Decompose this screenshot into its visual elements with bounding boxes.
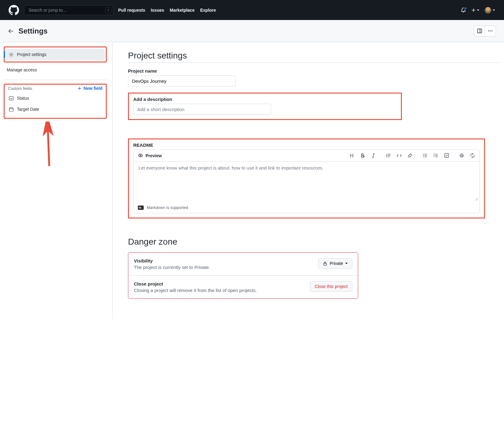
sidebar: Project settings Manage access Custom fi… — [0, 42, 113, 319]
divider — [4, 80, 107, 80]
svg-point-5 — [10, 54, 12, 55]
markdown-supported-text: Markdown is supported — [147, 205, 188, 210]
nav-pull-requests[interactable]: Pull requests — [118, 8, 145, 13]
slash-key-hint: / — [105, 7, 111, 13]
link-icon[interactable] — [407, 153, 413, 158]
format-group-3: 12 — [422, 153, 449, 158]
calendar-icon — [9, 107, 14, 112]
content: Project settings Project name Add a desc… — [113, 42, 504, 319]
svg-point-21 — [423, 156, 424, 157]
resize-handle[interactable] — [474, 197, 478, 201]
notification-dot — [464, 7, 467, 10]
visibility-desc: The project is currently set to Private. — [134, 265, 210, 270]
svg-rect-29 — [435, 157, 438, 157]
caret-down-icon — [345, 263, 348, 264]
lock-icon — [323, 261, 327, 266]
italic-icon[interactable] — [371, 153, 376, 158]
visibility-row: Visibility The project is currently set … — [128, 253, 358, 275]
custom-fields-label: Custom fields — [8, 86, 32, 91]
plus-icon — [77, 86, 82, 91]
visibility-title: Visibility — [134, 258, 210, 263]
sidebar-field-target-date[interactable]: Target Date — [6, 104, 105, 115]
visibility-dropdown-button[interactable]: Private — [318, 258, 352, 269]
nav-issues[interactable]: Issues — [151, 8, 164, 13]
mention-icon[interactable] — [459, 153, 464, 158]
svg-line-32 — [475, 198, 478, 201]
divider — [128, 62, 500, 63]
svg-rect-24 — [424, 157, 427, 157]
project-name-input[interactable] — [128, 75, 236, 86]
svg-point-20 — [423, 155, 424, 156]
readme-label: README — [133, 142, 480, 148]
danger-box: Visibility The project is currently set … — [128, 252, 358, 299]
quote-icon[interactable] — [386, 153, 391, 158]
sidebar-label: Project settings — [17, 52, 46, 57]
markdown-footer: M↓ Markdown is supported — [134, 202, 479, 213]
close-project-row: Close project Closing a project will rem… — [128, 275, 358, 298]
field-label: Target Date — [17, 107, 39, 112]
content-heading: Project settings — [128, 51, 500, 61]
ordered-list-icon[interactable]: 12 — [433, 153, 438, 158]
svg-text:2: 2 — [434, 155, 435, 157]
unordered-list-icon[interactable] — [422, 153, 428, 158]
format-group-4 — [459, 153, 475, 158]
readme-editor: Preview 12 — [133, 150, 480, 213]
svg-line-14 — [373, 154, 374, 158]
nav-right — [461, 7, 495, 14]
svg-point-3 — [490, 30, 491, 31]
kebab-menu-button[interactable] — [485, 26, 496, 37]
search-input[interactable] — [24, 5, 113, 15]
danger-zone-heading: Danger zone — [128, 237, 358, 247]
annotation-highlight-box: Add a description — [128, 93, 402, 120]
svg-rect-23 — [424, 155, 427, 156]
github-logo[interactable] — [9, 5, 19, 15]
svg-rect-27 — [435, 154, 438, 154]
annotation-highlight-box: Project settings — [4, 46, 107, 62]
nav-marketplace[interactable]: Marketplace — [170, 8, 195, 13]
bold-icon[interactable] — [360, 153, 365, 158]
code-icon[interactable] — [397, 153, 402, 158]
danger-zone: Danger zone Visibility The project is cu… — [128, 237, 358, 299]
sidebar-label: Manage access — [7, 67, 37, 72]
preview-tab[interactable]: Preview — [138, 153, 162, 158]
svg-point-11 — [140, 155, 141, 156]
svg-point-4 — [491, 30, 492, 31]
svg-point-19 — [423, 154, 424, 155]
project-name-label: Project name — [128, 68, 500, 74]
tasklist-icon[interactable] — [444, 153, 449, 158]
cross-reference-icon[interactable] — [470, 153, 475, 158]
svg-rect-0 — [477, 29, 482, 33]
description-input[interactable] — [133, 104, 271, 115]
readme-textarea[interactable] — [134, 161, 479, 201]
format-group-2 — [386, 153, 413, 158]
field-label: Status — [17, 96, 29, 101]
sidebar-item-project-settings[interactable]: Project settings — [6, 49, 105, 60]
heading-icon[interactable] — [349, 153, 354, 158]
close-project-title: Close project — [134, 281, 257, 286]
top-navigation: / Pull requests Issues Marketplace Explo… — [0, 0, 504, 20]
new-field-button[interactable]: New field — [77, 86, 102, 91]
create-new-dropdown[interactable] — [471, 8, 480, 13]
custom-fields-header: Custom fields New field — [6, 86, 105, 91]
markdown-badge-icon: M↓ — [138, 206, 144, 210]
nav-explore[interactable]: Explore — [200, 8, 216, 13]
back-arrow[interactable] — [8, 28, 14, 34]
gear-icon — [9, 52, 14, 57]
description-label: Add a description — [133, 97, 397, 102]
svg-rect-28 — [435, 155, 438, 156]
annotation-highlight-box: README Preview — [128, 138, 485, 218]
close-project-button[interactable]: Close this project — [310, 281, 352, 292]
close-project-desc: Closing a project will remove it from th… — [134, 288, 257, 293]
panel-toggle-button[interactable] — [474, 26, 485, 37]
svg-rect-34 — [324, 263, 326, 265]
user-menu[interactable] — [485, 7, 495, 14]
eye-icon — [138, 153, 143, 158]
sidebar-field-status[interactable]: Status — [6, 93, 105, 104]
search-wrap: / — [24, 5, 113, 15]
notifications-button[interactable] — [461, 7, 466, 13]
nav-links: Pull requests Issues Marketplace Explore — [118, 8, 216, 13]
avatar — [485, 7, 491, 14]
sidebar-item-manage-access[interactable]: Manage access — [4, 64, 107, 75]
svg-rect-22 — [424, 154, 427, 154]
format-group-1 — [349, 153, 376, 158]
